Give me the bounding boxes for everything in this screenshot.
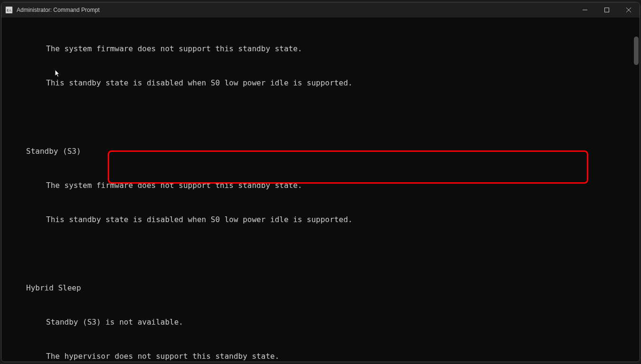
titlebar[interactable]: C:\ Administrator: Command Prompt (1, 2, 640, 18)
scrollbar-thumb[interactable] (634, 37, 639, 65)
terminal-area[interactable]: The system firmware does not support thi… (1, 18, 640, 362)
terminal-content: The system firmware does not support thi… (1, 20, 633, 362)
close-icon (626, 8, 631, 12)
app-icon: C:\ (5, 6, 13, 14)
command-prompt-window: C:\ Administrator: Command Prompt The sy… (1, 2, 640, 362)
svg-rect-1 (605, 8, 609, 12)
output-line: This standby state is disabled when S0 l… (1, 214, 633, 225)
app-icon-text: C:\ (7, 9, 11, 12)
output-line: The system firmware does not support thi… (1, 43, 633, 55)
scrollbar[interactable] (633, 18, 640, 362)
blank-line (1, 112, 633, 123)
section-header: Hybrid Sleep (1, 282, 633, 294)
output-line: This standby state is disabled when S0 l… (1, 77, 633, 89)
maximize-button[interactable] (596, 2, 618, 18)
window-controls (574, 2, 640, 18)
output-line: The system firmware does not support thi… (1, 180, 633, 191)
output-line: The hypervisor does not support this sta… (1, 351, 633, 362)
output-line: Standby (S3) is not available. (1, 317, 633, 328)
blank-line (1, 248, 633, 260)
window-title: Administrator: Command Prompt (17, 7, 574, 13)
section-header: Standby (S3) (1, 146, 633, 157)
minimize-icon (583, 8, 587, 12)
maximize-icon (604, 8, 609, 12)
close-button[interactable] (618, 2, 640, 18)
minimize-button[interactable] (574, 2, 596, 18)
